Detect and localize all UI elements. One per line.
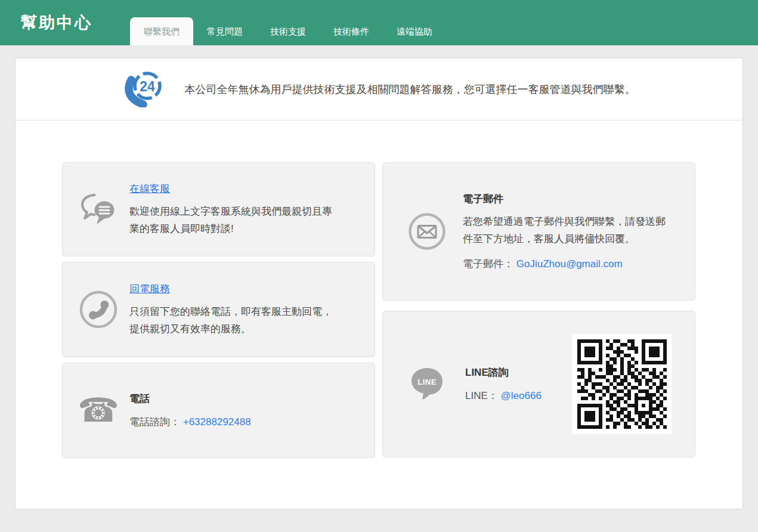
tab-contact-us[interactable]: 聯繫我們 xyxy=(130,17,193,45)
phone-card-title: 電話 xyxy=(129,392,339,406)
right-column: 電子郵件 若您希望通過電子郵件與我們聯繫，請發送郵件至下方地址，客服人員將儘快回… xyxy=(382,162,695,458)
support-banner: 24 本公司全年無休為用戶提供技術支援及相關問題解答服務，您可選擇任一客服管道與… xyxy=(16,58,742,120)
email-card: 電子郵件 若您希望通過電子郵件與我們聯繫，請發送郵件至下方地址，客服人員將儘快回… xyxy=(382,162,695,301)
tab-faq[interactable]: 常見問題 xyxy=(193,17,256,45)
line-info-line: LINE： @leo666 xyxy=(465,389,572,403)
header: 幫助中心 聯繫我們 常見問題 技術支援 技術條件 遠端協助 xyxy=(0,0,758,45)
banner-text: 本公司全年無休為用戶提供技術支援及相關問題解答服務，您可選擇任一客服管道與我們聯… xyxy=(185,82,636,97)
email-card-desc: 若您希望通過電子郵件與我們聯繫，請發送郵件至下方地址，客服人員將儘快回覆。 xyxy=(463,213,670,248)
line-id-link[interactable]: @leo666 xyxy=(501,390,542,401)
tab-tech-support[interactable]: 技術支援 xyxy=(256,17,320,45)
online-service-card: 在線客服 歡迎使用線上文字客服系統與我們最親切且專業的客服人員即時對談! xyxy=(62,162,375,256)
email-card-title: 電子郵件 xyxy=(463,192,670,206)
phone-number-link[interactable]: +63288292488 xyxy=(183,416,251,428)
online-service-desc: 歡迎使用線上文字客服系統與我們最親切且專業的客服人員即時對談! xyxy=(129,203,339,237)
site-title: 幫助中心 xyxy=(21,0,92,45)
online-service-link[interactable]: 在線客服 xyxy=(129,183,170,194)
chat-bubbles-icon xyxy=(77,193,120,226)
line-card: LINE LINE諮詢 LINE： @leo666 xyxy=(382,311,695,457)
callback-service-card: 回電服務 只須留下您的聯絡電話，即有客服主動回電，提供親切又有效率的服務。 xyxy=(62,262,375,357)
contact-cards: 在線客服 歡迎使用線上文字客服系統與我們最親切且專業的客服人員即時對談! xyxy=(16,120,742,458)
line-label: LINE： xyxy=(465,390,498,401)
left-column: 在線客服 歡迎使用線上文字客服系統與我們最親切且專業的客服人員即時對談! xyxy=(62,162,375,458)
callback-service-desc: 只須留下您的聯絡電話，即有客服主動回電，提供親切又有效率的服務。 xyxy=(129,303,339,338)
line-logo-icon: LINE xyxy=(410,366,444,402)
envelope-circle-icon xyxy=(408,212,446,250)
nav-tabs: 聯繫我們 常見問題 技術支援 技術條件 遠端協助 xyxy=(130,17,446,45)
email-address-link[interactable]: GoJiuZhou@gmail.com xyxy=(516,258,623,270)
phone-circle-icon xyxy=(77,290,120,329)
email-label: 電子郵件： xyxy=(463,258,513,270)
callback-service-link[interactable]: 回電服務 xyxy=(129,283,170,295)
email-info-line: 電子郵件： GoJiuZhou@gmail.com xyxy=(463,257,670,271)
telephone-icon: ☎ xyxy=(77,394,120,427)
svg-text:24: 24 xyxy=(140,79,155,94)
tab-remote-assist[interactable]: 遠端協助 xyxy=(383,17,446,45)
phone-24-icon: 24 xyxy=(123,69,165,110)
tab-tech-requirements[interactable]: 技術條件 xyxy=(320,17,383,45)
line-logo-text: LINE xyxy=(417,378,437,386)
phone-info-line: 電話諮詢： +63288292488 xyxy=(129,415,339,429)
phone-card: ☎ 電話 電話諮詢： +63288292488 xyxy=(62,363,375,458)
content-panel: 24 本公司全年無休為用戶提供技術支援及相關問題解答服務，您可選擇任一客服管道與… xyxy=(15,58,743,509)
line-qr-code xyxy=(572,334,672,434)
phone-label: 電話諮詢： xyxy=(129,416,180,428)
line-card-title: LINE諮詢 xyxy=(465,366,572,379)
